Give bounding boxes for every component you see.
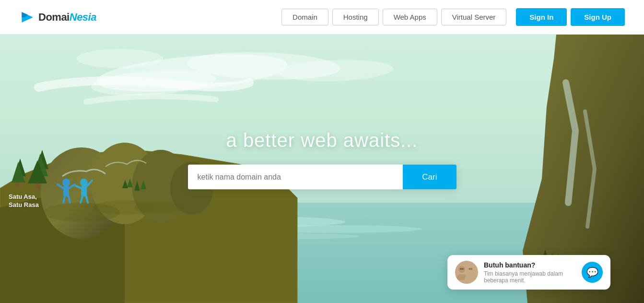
chat-text: Butuh bantuan? Tim biasanya menjawab dal… [484,261,576,284]
search-button[interactable]: Cari [403,164,456,189]
chat-open-button[interactable]: 💬 [582,262,603,283]
hero-section: Satu Asa, Satu Rasa a better web awaits.… [0,35,644,303]
chat-icon: 💬 [586,267,598,278]
header: DomaiNesia Domain Hosting Web Apps Virtu… [0,0,644,35]
chat-title: Butuh bantuan? [484,261,576,269]
signup-button[interactable]: Sign Up [571,8,625,26]
chat-subtitle: Tim biasanya menjawab dalam beberapa men… [484,270,576,284]
nav-virtual-server[interactable]: Virtual Server [441,9,507,25]
chat-avatar [455,261,478,284]
nav-actions: Sign In Sign Up [516,8,625,26]
svg-point-48 [462,268,464,270]
signin-button[interactable]: Sign In [516,8,567,26]
nav-domain[interactable]: Domain [281,9,328,25]
svg-point-45 [458,266,465,273]
logo-icon [19,9,36,26]
svg-point-46 [467,266,474,273]
svg-point-49 [468,268,470,270]
domain-search-input[interactable] [188,164,403,189]
nav-hosting[interactable]: Hosting [332,9,379,25]
logo-text: DomaiNesia [38,11,96,24]
chat-widget[interactable]: Butuh bantuan? Tim biasanya menjawab dal… [447,255,610,290]
banner-label: Satu Asa, Satu Rasa [9,193,39,209]
search-bar: Cari [188,164,457,189]
hero-headline: a better web awaits... [154,129,490,151]
svg-point-50 [470,268,472,270]
svg-point-47 [460,268,462,270]
nav: Domain Hosting Web Apps Virtual Server S… [281,8,625,26]
hero-content: a better web awaits... Cari [154,129,490,189]
nav-web-apps[interactable]: Web Apps [383,9,437,25]
chat-avatar-image [455,261,478,284]
logo: DomaiNesia [19,9,96,26]
